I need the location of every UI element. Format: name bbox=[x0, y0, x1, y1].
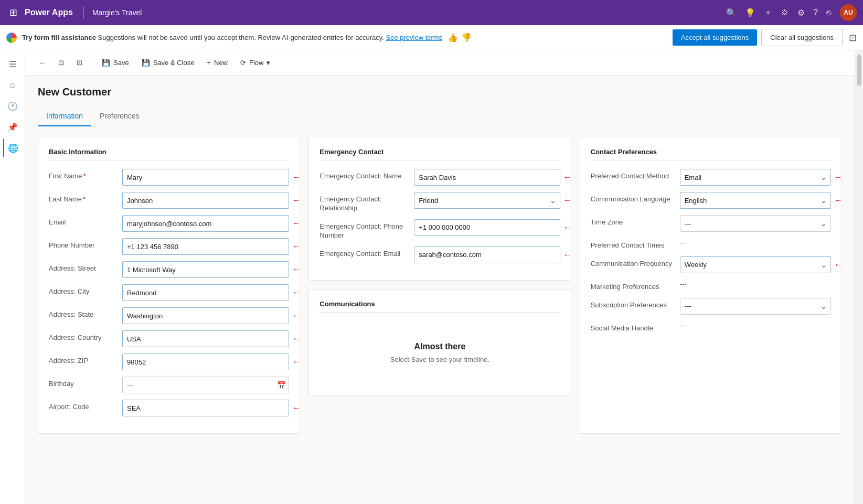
preview-terms-link[interactable]: See preview terms bbox=[386, 34, 442, 41]
input-state[interactable] bbox=[122, 307, 289, 324]
form-row-ec-name: Emergency Contact: Name ← bbox=[319, 169, 560, 186]
scrollbar-thumb[interactable] bbox=[857, 55, 861, 86]
suggestion-actions: Accept all suggestions Clear all suggest… bbox=[673, 29, 857, 46]
back-icon: ← bbox=[39, 59, 46, 67]
select-pref-method[interactable]: Email Phone SMS bbox=[680, 169, 831, 186]
input-city[interactable] bbox=[122, 284, 289, 301]
form-row-lang: Communication Language English Spanish F… bbox=[591, 192, 831, 209]
nav-divider bbox=[83, 6, 84, 19]
input-ec-name[interactable] bbox=[414, 169, 560, 186]
input-firstname[interactable] bbox=[122, 169, 289, 186]
input-phone[interactable] bbox=[122, 238, 289, 255]
label-lang: Communication Language bbox=[591, 192, 680, 204]
lightbulb-icon[interactable]: 💡 bbox=[745, 8, 755, 18]
input-airport[interactable] bbox=[122, 400, 289, 416]
form-row-airport: Airport: Code ← bbox=[49, 400, 289, 416]
filter-icon[interactable]: ⛭ bbox=[781, 8, 789, 17]
select-ec-rel[interactable]: Friend Family Colleague bbox=[414, 192, 560, 209]
form-row-ec-email: Emergency Contact: Email ← bbox=[319, 246, 560, 263]
form-row-email: Email ← bbox=[49, 215, 289, 232]
form-row-ec-rel: Emergency Contact: Relationship Friend F… bbox=[319, 192, 560, 213]
sidebar-item-recent[interactable]: 🕐 bbox=[3, 96, 22, 115]
new-button[interactable]: + New bbox=[201, 56, 233, 70]
control-ec-name: ← bbox=[414, 169, 560, 186]
input-zip[interactable] bbox=[122, 353, 289, 370]
accept-all-button[interactable]: Accept all suggestions bbox=[673, 29, 757, 46]
select-comm-freq[interactable]: Weekly Daily Monthly bbox=[680, 256, 831, 273]
label-comm-freq: Communication Frequency bbox=[591, 256, 680, 269]
input-street[interactable] bbox=[122, 261, 289, 278]
select-timezone[interactable]: --- PST EST bbox=[680, 215, 831, 232]
content-area: ← ⊡ ⊡ 💾 Save 💾 Save & Close + New ⟳ bbox=[25, 50, 855, 504]
back-button[interactable]: ← bbox=[34, 56, 51, 70]
label-airport: Airport: Code bbox=[49, 400, 122, 412]
control-email: ← bbox=[122, 215, 289, 232]
control-pref-method: Email Phone SMS ← bbox=[680, 169, 831, 186]
thumbs-down-icon[interactable]: 👎 bbox=[461, 33, 472, 42]
label-subscription: Subscription Preferences bbox=[591, 298, 680, 310]
input-email[interactable] bbox=[122, 215, 289, 232]
ai-arrow-comm-freq: ← bbox=[834, 260, 843, 270]
clear-all-button[interactable]: Clear all suggestions bbox=[761, 29, 843, 46]
top-navigation: ⊞ Power Apps Margie's Travel 🔍 💡 ＋ ⛭ ⚙ ?… bbox=[0, 0, 863, 25]
avatar[interactable]: AU bbox=[840, 4, 857, 21]
emergency-contact-section: Emergency Contact Emergency Contact: Nam… bbox=[308, 137, 571, 281]
ai-arrow-phone: ← bbox=[292, 242, 301, 251]
label-ec-phone: Emergency Contact: Phone Number bbox=[319, 219, 414, 240]
ai-arrow-zip: ← bbox=[292, 357, 301, 367]
label-firstname: First Name* bbox=[49, 169, 122, 181]
label-street: Address: Street bbox=[49, 261, 122, 273]
sidebar-item-pinned[interactable]: 📌 bbox=[3, 117, 22, 136]
label-contact-times: Preferred Contact Times bbox=[591, 238, 680, 250]
ai-arrow-lang: ← bbox=[834, 196, 843, 205]
communications-section: Communications Almost there Select Save … bbox=[308, 289, 571, 395]
comm-empty-sub: Select Save to see your timeline. bbox=[330, 356, 549, 363]
help-icon[interactable]: ? bbox=[813, 8, 818, 17]
save-button[interactable]: 💾 Save bbox=[97, 56, 134, 70]
sidebar-item-home[interactable]: ⌂ bbox=[3, 76, 22, 94]
label-zip: Address: ZIP bbox=[49, 353, 122, 366]
label-ec-name: Emergency Contact: Name bbox=[319, 169, 414, 181]
sidebar-item-menu[interactable]: ☰ bbox=[3, 55, 22, 73]
right-panel bbox=[855, 50, 863, 504]
calendar-icon[interactable]: 📅 bbox=[277, 381, 286, 389]
ai-logo bbox=[6, 33, 17, 43]
thumbs-up-icon[interactable]: 👍 bbox=[448, 33, 458, 42]
ai-arrow-city: ← bbox=[292, 288, 301, 297]
ai-arrow-pref-method: ← bbox=[834, 173, 843, 182]
input-ec-phone[interactable] bbox=[414, 219, 560, 236]
share-icon[interactable]: ⎋ bbox=[826, 8, 832, 17]
grid-icon[interactable]: ⊞ bbox=[6, 4, 20, 22]
sidebar-item-global[interactable]: 🌐 bbox=[3, 138, 22, 157]
flow-button[interactable]: ⟳ Flow ▾ bbox=[235, 56, 275, 70]
share-button[interactable]: ⊡ bbox=[71, 56, 88, 70]
form-row-pref-method: Preferred Contact Method Email Phone SMS… bbox=[591, 169, 831, 186]
label-city: Address: City bbox=[49, 284, 122, 296]
search-icon[interactable]: 🔍 bbox=[726, 8, 737, 18]
form-row-firstname: First Name* ← bbox=[49, 169, 289, 186]
communications-empty: Almost there Select Save to see your tim… bbox=[319, 321, 560, 384]
tab-preferences[interactable]: Preferences bbox=[91, 106, 147, 126]
label-ec-email: Emergency Contact: Email bbox=[319, 246, 414, 259]
input-country[interactable] bbox=[122, 330, 289, 347]
right-panel-toggle-icon[interactable]: ⊡ bbox=[849, 32, 857, 44]
restore-button[interactable]: ⊡ bbox=[53, 56, 69, 70]
tab-information[interactable]: Information bbox=[38, 106, 91, 126]
add-icon[interactable]: ＋ bbox=[764, 7, 772, 18]
select-lang[interactable]: English Spanish French bbox=[680, 192, 831, 209]
form-row-lastname: Last Name* ← bbox=[49, 192, 289, 209]
save-close-button[interactable]: 💾 Save & Close bbox=[136, 56, 200, 70]
settings-icon[interactable]: ⚙ bbox=[797, 8, 805, 18]
form-title: New Customer bbox=[38, 86, 842, 98]
app-name-label: Margie's Travel bbox=[92, 8, 142, 17]
form-row-social: Social Media Handle --- bbox=[591, 321, 831, 333]
input-birthday[interactable] bbox=[122, 377, 289, 393]
form-row-marketing: Marketing Preferences --- bbox=[591, 280, 831, 292]
input-lastname[interactable] bbox=[122, 192, 289, 209]
control-timezone: --- PST EST bbox=[680, 215, 831, 232]
ai-arrow-ec-email: ← bbox=[563, 250, 572, 260]
input-ec-email[interactable] bbox=[414, 246, 560, 263]
suggestion-bar: Try form fill assistance Suggestions wil… bbox=[0, 25, 863, 50]
ai-arrow-ec-phone: ← bbox=[563, 223, 572, 232]
select-subscription[interactable]: --- Newsletter Alerts bbox=[680, 298, 831, 315]
